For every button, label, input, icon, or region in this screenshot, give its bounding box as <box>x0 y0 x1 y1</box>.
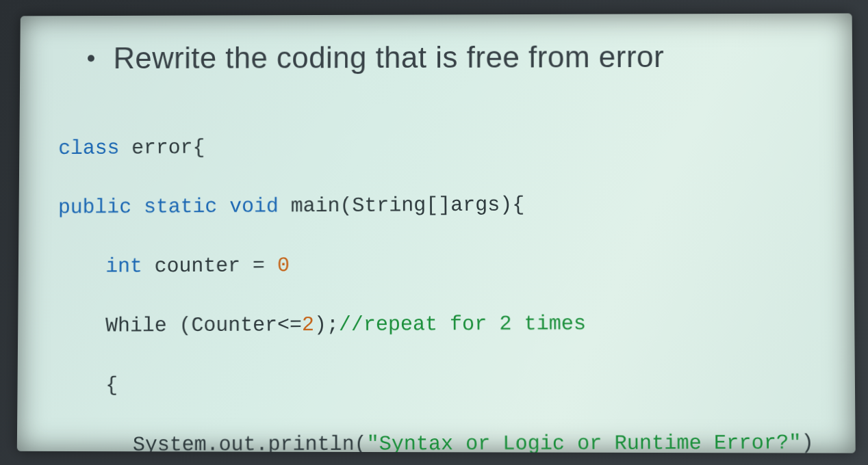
code-line: While (Counter<=2);//repeat for 2 times <box>58 308 841 341</box>
code-block: class error{ public static void main(Str… <box>57 98 846 453</box>
code-text: System.out.println( <box>133 432 367 453</box>
code-line: class error{ <box>58 129 838 163</box>
slide-title: Rewrite the coding that is free from err… <box>88 39 839 75</box>
bullet-icon <box>88 55 94 62</box>
code-text: main(String[]args){ <box>279 193 525 217</box>
comment: //repeat for 2 times <box>339 312 586 336</box>
number: 2 <box>302 313 314 336</box>
slide-screen: Rewrite the coding that is free from err… <box>17 13 856 453</box>
number: 0 <box>277 254 290 277</box>
code-text: While (Counter<= <box>105 313 302 337</box>
code-text: ); <box>314 313 339 336</box>
string: "Syntax or Logic or Runtime Error?" <box>367 431 802 453</box>
code-line: { <box>58 368 841 401</box>
keyword: int <box>105 254 142 278</box>
code-text: error{ <box>119 135 205 159</box>
code-text: counter = <box>142 254 277 278</box>
keyword: public static void <box>58 194 279 219</box>
code-line: int counter = 0 <box>58 248 839 282</box>
code-line: System.out.println("Syntax or Logic or R… <box>58 428 841 453</box>
keyword: class <box>58 136 119 159</box>
code-line: public static void main(String[]args){ <box>58 188 839 222</box>
title-text: Rewrite the coding that is free from err… <box>113 40 664 75</box>
code-text: { <box>105 373 118 397</box>
code-text: ) <box>801 431 814 453</box>
